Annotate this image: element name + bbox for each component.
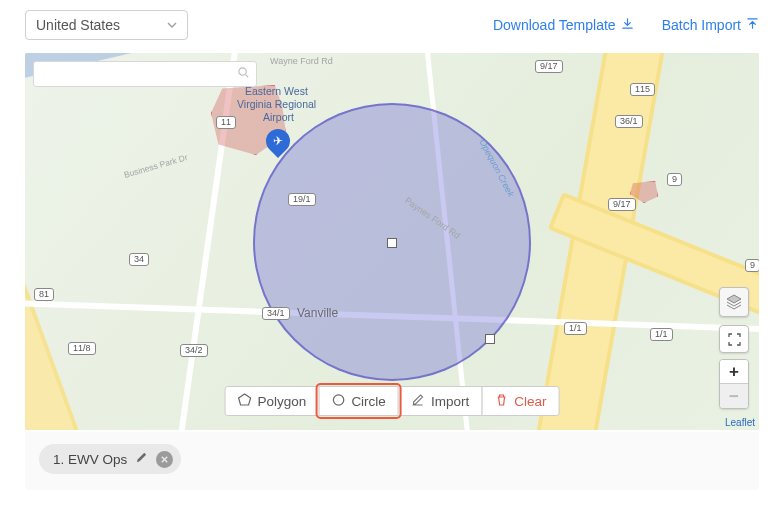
circle-radius-handle[interactable] — [485, 334, 495, 344]
route-shield: 9/17 — [535, 60, 563, 73]
zoom-in-button[interactable]: + — [720, 360, 748, 384]
route-shield: 9 — [745, 259, 759, 272]
route-shield: 11/8 — [68, 342, 96, 355]
road-name: Wayne Ford Rd — [270, 56, 333, 66]
edit-icon — [411, 393, 425, 410]
fullscreen-button[interactable] — [719, 325, 749, 353]
remove-zone-button[interactable] — [156, 451, 173, 468]
route-shield: 81 — [34, 288, 54, 301]
route-shield: 1/1 — [650, 328, 673, 341]
import-tool-button[interactable]: Import — [398, 386, 482, 416]
pencil-icon[interactable] — [135, 451, 148, 467]
map-search-box[interactable] — [33, 61, 257, 87]
route-shield: 1/1 — [564, 322, 587, 335]
map-search-input[interactable] — [42, 67, 237, 82]
zone-chip[interactable]: 1. EWV Ops — [39, 444, 181, 474]
link-label: Download Template — [493, 17, 616, 33]
circle-center-handle[interactable] — [387, 238, 397, 248]
svg-point-1 — [333, 394, 343, 404]
button-label: Polygon — [258, 394, 307, 409]
country-select-value: United States — [36, 17, 120, 33]
map-label: Airport — [263, 111, 294, 123]
download-icon — [621, 17, 634, 33]
search-icon — [237, 65, 250, 83]
route-shield: 36/1 — [615, 115, 643, 128]
button-label: Import — [431, 394, 469, 409]
polygon-icon — [238, 393, 252, 410]
route-shield: 34 — [129, 253, 149, 266]
route-shield: 9 — [667, 173, 682, 186]
zone-chip-label: 1. EWV Ops — [53, 452, 127, 467]
batch-import-link[interactable]: Batch Import — [662, 17, 759, 33]
zones-panel: 1. EWV Ops — [25, 432, 759, 490]
map-attribution: Leaflet — [725, 417, 755, 428]
route-shield: 11 — [216, 116, 236, 129]
circle-tool-button[interactable]: Circle — [318, 386, 399, 416]
chevron-down-icon — [167, 17, 177, 33]
circle-icon — [331, 393, 345, 410]
route-shield: 34/2 — [180, 344, 208, 357]
draw-toolbar: Polygon Circle Import Clear — [225, 386, 560, 416]
route-shield: 34/1 — [262, 307, 290, 320]
zoom-out-button[interactable]: − — [720, 384, 748, 408]
route-shield: 115 — [630, 83, 655, 96]
country-select[interactable]: United States — [25, 10, 188, 40]
polygon-tool-button[interactable]: Polygon — [225, 386, 320, 416]
button-label: Circle — [351, 394, 386, 409]
link-label: Batch Import — [662, 17, 741, 33]
clear-tool-button[interactable]: Clear — [481, 386, 559, 416]
map-label: Virginia Regional — [237, 98, 316, 110]
map-town-label: Vanville — [297, 306, 338, 320]
layers-button[interactable] — [719, 287, 749, 317]
button-label: Clear — [514, 394, 546, 409]
import-icon — [746, 17, 759, 33]
svg-point-0 — [239, 68, 246, 75]
zoom-control: + − — [719, 359, 749, 409]
route-shield: 19/1 — [288, 193, 316, 206]
download-template-link[interactable]: Download Template — [493, 17, 634, 33]
route-shield: 9/17 — [608, 198, 636, 211]
map-canvas[interactable]: ✈ Eastern West Virginia Regional Airport… — [25, 53, 759, 430]
trash-icon — [494, 393, 508, 410]
